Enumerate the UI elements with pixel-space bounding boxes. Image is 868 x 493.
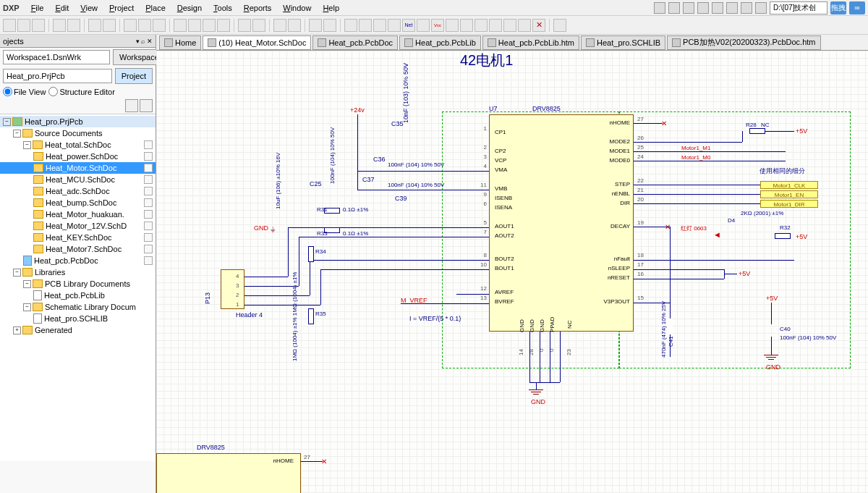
busline-icon[interactable] bbox=[373, 19, 386, 32]
new-icon[interactable] bbox=[3, 19, 16, 32]
tool-icon[interactable] bbox=[697, 2, 709, 14]
tool-icon[interactable] bbox=[755, 2, 767, 14]
open-icon[interactable] bbox=[17, 19, 30, 32]
tree-schdoc[interactable]: Heat_KEY.SchDoc bbox=[0, 232, 156, 243]
workspace-input[interactable] bbox=[3, 50, 110, 64]
panel-icon[interactable] bbox=[140, 99, 153, 112]
menu-design[interactable]: Design bbox=[171, 2, 208, 14]
menu-help[interactable]: Help bbox=[317, 2, 345, 14]
infinity-icon[interactable]: ∞ bbox=[849, 1, 865, 14]
tree-schdoc[interactable]: Heat_Motor_12V.SchD bbox=[0, 220, 156, 232]
structure-radio[interactable]: Structure Editor bbox=[48, 87, 114, 96]
print-icon[interactable] bbox=[53, 19, 66, 32]
tab-schdoc[interactable]: (10) Heat_Motor.SchDoc bbox=[203, 35, 311, 50]
menu-window[interactable]: Window bbox=[277, 2, 317, 14]
resistor[interactable] bbox=[308, 308, 314, 324]
compile-icon[interactable] bbox=[309, 19, 322, 32]
file-view-radio[interactable]: File View bbox=[3, 87, 46, 96]
menu-reports[interactable]: Reports bbox=[238, 2, 278, 14]
save-icon[interactable] bbox=[32, 19, 45, 32]
schematic-canvas[interactable]: 42电机1 U7 DRV8825 CP1 1 CP2 2 VCP 3 VMA 4… bbox=[156, 51, 868, 493]
path-input[interactable] bbox=[770, 1, 827, 14]
menu-tools[interactable]: Tools bbox=[208, 2, 238, 14]
capacitor[interactable] bbox=[667, 319, 673, 334]
header-component[interactable] bbox=[221, 269, 244, 309]
tree-schlib[interactable]: Heat_pro.SCHLIB bbox=[0, 313, 156, 324]
tree-pcblib-folder[interactable]: −PCB Library Documents bbox=[0, 278, 156, 290]
tree-schdoc-selected[interactable]: Heat_Motor.SchDoc bbox=[0, 162, 156, 174]
tree-schdoc[interactable]: Heat_bump.SchDoc bbox=[0, 197, 156, 208]
menu-place[interactable]: Place bbox=[140, 2, 171, 14]
tree-schdoc[interactable]: Heat_Motor7.SchDoc bbox=[0, 243, 156, 255]
menu-view[interactable]: View bbox=[75, 2, 103, 14]
deselect-icon[interactable] bbox=[203, 19, 216, 32]
tree-schdoc[interactable]: Heat_adc.SchDoc bbox=[0, 185, 156, 197]
note-icon[interactable] bbox=[503, 19, 516, 32]
tab-home[interactable]: Home bbox=[159, 35, 201, 50]
tree-generated[interactable]: +Generated bbox=[0, 324, 156, 336]
resistor[interactable] bbox=[749, 128, 765, 134]
port-label[interactable]: Motor1_DIR bbox=[760, 200, 818, 208]
panel-icon[interactable] bbox=[125, 99, 138, 112]
tool-icon[interactable] bbox=[683, 2, 694, 14]
tool-icon[interactable] bbox=[654, 2, 665, 14]
tree-schdoc[interactable]: Heat_MCU.SchDoc bbox=[0, 174, 156, 185]
part-icon[interactable] bbox=[446, 19, 459, 32]
tree-project[interactable]: −Heat_pro.PrjPcb bbox=[0, 116, 156, 127]
harness-icon[interactable] bbox=[489, 19, 502, 32]
resistor[interactable] bbox=[308, 246, 314, 262]
project-input[interactable] bbox=[3, 69, 112, 83]
menu-file[interactable]: File bbox=[25, 2, 50, 14]
tool-icon[interactable] bbox=[668, 2, 680, 14]
tab-schlib[interactable]: Heat_pro.SCHLIB bbox=[581, 35, 665, 50]
tree-schlib-folder[interactable]: −Schematic Library Docum bbox=[0, 301, 156, 313]
hierarchy-icon[interactable] bbox=[273, 19, 286, 32]
tree-pcbdoc[interactable]: Heat_pcb.PcbDoc bbox=[0, 255, 156, 266]
port-icon[interactable] bbox=[475, 19, 488, 32]
nav-icon[interactable] bbox=[288, 19, 301, 32]
drag-button[interactable]: 拖拽 bbox=[830, 1, 846, 14]
tree-schdoc[interactable]: Heat_power.SchDoc bbox=[0, 151, 156, 162]
paste-icon[interactable] bbox=[153, 19, 166, 32]
resistor[interactable] bbox=[775, 233, 791, 239]
tree-libraries[interactable]: −Libraries bbox=[0, 266, 156, 278]
menu-project[interactable]: Project bbox=[103, 2, 140, 14]
signal-icon[interactable] bbox=[388, 19, 401, 32]
tree-pcblib[interactable]: Heat_pcb.PcbLib bbox=[0, 290, 156, 301]
tree-schdoc[interactable]: Heat_Motor_huakuan. bbox=[0, 208, 156, 220]
select-icon[interactable] bbox=[174, 19, 187, 32]
move-icon[interactable] bbox=[188, 19, 201, 32]
wire-icon[interactable] bbox=[344, 19, 357, 32]
tool-icon[interactable] bbox=[741, 2, 752, 14]
net-icon[interactable]: Net bbox=[402, 19, 415, 32]
tab-pcblib[interactable]: Heat_pcb.PcbLib bbox=[399, 35, 481, 50]
copy-icon[interactable] bbox=[138, 19, 151, 32]
noerc-icon[interactable]: ✕ bbox=[532, 19, 545, 32]
redo-icon[interactable] bbox=[252, 19, 265, 32]
port-label[interactable]: Motor1_CLK bbox=[760, 181, 818, 189]
tool-icon[interactable] bbox=[712, 2, 723, 14]
panel-controls[interactable]: ▾ ⌕ ✕ bbox=[136, 38, 153, 45]
port-label[interactable]: Motor1_EN bbox=[760, 190, 818, 198]
text-icon[interactable] bbox=[518, 19, 531, 32]
tool-icon[interactable] bbox=[726, 2, 738, 14]
gnd-icon[interactable] bbox=[417, 19, 430, 32]
bus-icon[interactable] bbox=[359, 19, 372, 32]
undo-icon[interactable] bbox=[238, 19, 251, 32]
tab-htm[interactable]: Heat_pcb.PcbLib.htm bbox=[482, 35, 579, 50]
line-icon[interactable] bbox=[553, 19, 566, 32]
zoom-icon[interactable] bbox=[88, 19, 101, 32]
project-button[interactable]: Project bbox=[115, 68, 153, 84]
cut-icon[interactable] bbox=[124, 19, 137, 32]
tree-schdoc[interactable]: −Heat_total.SchDoc bbox=[0, 139, 156, 151]
tree-source-docs[interactable]: −Source Documents bbox=[0, 127, 156, 139]
tab-htm[interactable]: PCB加热V02(20200323).PcbDoc.htm bbox=[667, 35, 820, 50]
preview-icon[interactable] bbox=[67, 19, 80, 32]
clear-icon[interactable] bbox=[217, 19, 230, 32]
zoom-icon[interactable] bbox=[103, 19, 116, 32]
crossprobe-icon[interactable] bbox=[323, 19, 336, 32]
tab-pcbdoc[interactable]: Heat_pcb.PcbDoc bbox=[312, 35, 398, 50]
menu-edit[interactable]: Edit bbox=[49, 2, 75, 14]
vcc-icon[interactable]: Vcc bbox=[431, 19, 444, 32]
sheet-icon[interactable] bbox=[460, 19, 473, 32]
